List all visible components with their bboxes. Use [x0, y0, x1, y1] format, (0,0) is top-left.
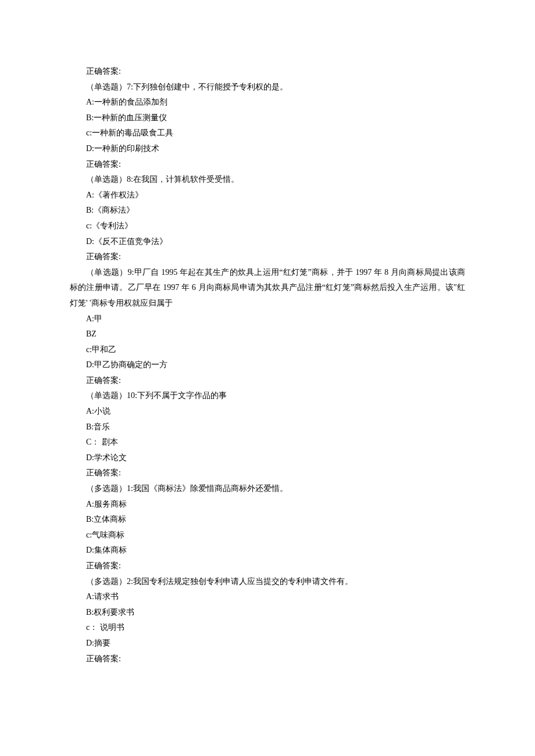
multi-question-1: （多选题）1:我国《商标法》除爱惜商品商标外还爱惜。: [70, 481, 465, 497]
option-c: c： 说明书: [70, 620, 465, 636]
question-8: （单选题）8:在我国，计算机软件受受惜。: [70, 172, 465, 188]
option-a: A:《著作权法》: [70, 188, 465, 203]
multi-question-2: （多选题）2:我国专利法规定独创专利申请人应当提交的专利申请文件有。: [70, 574, 465, 590]
question-7: （单选题）7:下列独创创建中，不行能授予专利权的是。: [70, 80, 465, 95]
text-line: 正确答案:: [70, 64, 465, 80]
option-d: D:集体商标: [70, 543, 465, 558]
answer-label: 正确答案:: [70, 465, 465, 481]
option-d: D:摘要: [70, 636, 465, 651]
answer-label: 正确答案:: [70, 249, 465, 265]
option-a: A:甲: [70, 311, 465, 327]
answer-label: 正确答案:: [70, 373, 465, 389]
option-b: B:立体商标: [70, 512, 465, 528]
question-10: （单选题）10:下列不属于文字作品的事: [70, 388, 465, 404]
option-a: A:一种新的食品添加剂: [70, 95, 465, 110]
document-content: 正确答案: （单选题）7:下列独创创建中，不行能授予专利权的是。 A:一种新的食…: [70, 64, 465, 667]
option-b: BZ: [70, 327, 465, 342]
option-b: B:《商标法》: [70, 203, 465, 218]
option-c: C： 剧本: [70, 435, 465, 450]
answer-label: 正确答案:: [70, 157, 465, 173]
option-a: A:服务商标: [70, 497, 465, 513]
option-c: c:一种新的毒品吸食工具: [70, 126, 465, 141]
answer-label: 正确答案:: [70, 651, 465, 667]
option-d: D:一种新的印刷技术: [70, 141, 465, 157]
option-d: D:学术论文: [70, 450, 465, 466]
option-d: D:甲乙协商确定的一方: [70, 357, 465, 373]
option-b: B:音乐: [70, 420, 465, 435]
answer-label: 正确答案:: [70, 558, 465, 574]
option-c: c:气味商标: [70, 528, 465, 543]
option-c: c:甲和乙: [70, 342, 465, 358]
option-b: B:一种新的血压测量仪: [70, 110, 465, 126]
option-a: A:小说: [70, 404, 465, 420]
question-9: （单选题）9:甲厂自 1995 年起在其生产的炊具上运用“红灯笼”商标，并于 1…: [70, 265, 465, 311]
option-a: A:请求书: [70, 589, 465, 605]
option-b: B:权利要求书: [70, 605, 465, 621]
option-c: c:《专利法》: [70, 218, 465, 234]
option-d: D:《反不正值竞争法》: [70, 234, 465, 250]
